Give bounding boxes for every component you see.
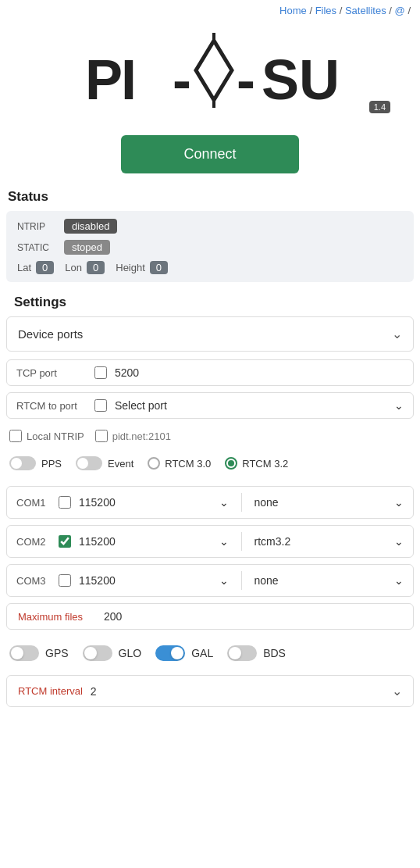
rtcm-to-port-label: RTCM to port: [16, 400, 87, 412]
version-badge: 1.4: [369, 101, 390, 113]
rtcm30-label: RTCM 3.0: [165, 458, 211, 470]
com1-checkbox[interactable]: [59, 496, 71, 509]
lon-item: Lon 0: [65, 261, 105, 274]
gal-toggle[interactable]: [155, 645, 185, 661]
lat-value: 0: [36, 261, 54, 274]
pidt-checkbox[interactable]: [95, 430, 108, 442]
event-knob: [77, 458, 88, 469]
pidt-text: pidt.net:2101: [112, 430, 171, 442]
max-files-input[interactable]: [104, 610, 402, 623]
nav-sep2: /: [340, 5, 345, 16]
glo-toggle[interactable]: [83, 645, 112, 661]
coords-row: Lat 0 Lon 0 Height 0: [17, 261, 403, 274]
gal-label: GAL: [191, 647, 213, 659]
status-title: Status: [0, 189, 420, 211]
com2-baud-chevron: ⌄: [219, 535, 229, 548]
gps-knob: [11, 647, 23, 659]
event-label: Event: [108, 458, 133, 470]
logo-svg: PI - - SUN: [77, 29, 343, 115]
nav-files[interactable]: Files: [315, 5, 336, 16]
gal-item: GAL: [155, 645, 213, 661]
nav-satellites[interactable]: Satellites: [345, 5, 386, 16]
com1-type-select[interactable]: none ⌄: [254, 496, 404, 509]
com2-baud-value: 115200: [79, 535, 116, 548]
svg-text:PI: PI: [85, 48, 135, 111]
local-ntrip-checkbox[interactable]: [9, 430, 22, 442]
local-ntrip-label[interactable]: Local NTRIP: [9, 430, 84, 442]
com1-baud-select[interactable]: 115200 ⌄: [79, 496, 229, 509]
glo-item: GLO: [83, 645, 142, 661]
ntrip-badge: disabled: [64, 219, 117, 234]
com2-baud-select[interactable]: 115200 ⌄: [79, 535, 229, 548]
rtcm32-radio[interactable]: RTCM 3.2: [225, 457, 288, 470]
pps-knob: [11, 458, 22, 469]
glo-label: GLO: [119, 647, 142, 659]
rtcm30-radio[interactable]: RTCM 3.0: [148, 457, 211, 470]
lat-label: Lat: [17, 262, 31, 273]
pidt-label[interactable]: pidt.net:2101: [95, 430, 171, 442]
bds-item: BDS: [227, 645, 286, 661]
rtcm-left: RTCM interval 2: [18, 685, 97, 698]
rtcm-to-port-checkbox[interactable]: [94, 399, 107, 412]
rtcm-interval-value: 2: [91, 685, 97, 698]
com3-type-select[interactable]: none ⌄: [254, 574, 404, 587]
event-toggle-item: Event: [76, 456, 133, 470]
status-section: Status NTRIP disabled STATIC stoped Lat …: [0, 189, 420, 282]
rtcm-select-chevron: ⌄: [394, 399, 404, 412]
tcp-port-row: TCP port: [6, 359, 414, 386]
bds-knob: [229, 647, 241, 659]
tcp-port-input[interactable]: [115, 366, 404, 379]
nav-at[interactable]: @: [395, 5, 405, 16]
gal-knob: [171, 647, 183, 659]
connect-button[interactable]: Connect: [121, 135, 298, 173]
lon-value: 0: [87, 261, 105, 274]
com2-type-select[interactable]: rtcm3.2 ⌄: [254, 535, 404, 548]
rtcm-select-port[interactable]: Select port ⌄: [115, 399, 404, 412]
tcp-port-checkbox[interactable]: [94, 366, 107, 379]
com1-type-chevron: ⌄: [394, 496, 404, 509]
com3-baud-select[interactable]: 115200 ⌄: [79, 574, 229, 587]
lon-label: Lon: [65, 262, 82, 273]
com2-checkbox[interactable]: [59, 535, 71, 548]
com1-baud-value: 115200: [79, 496, 116, 509]
tcp-port-label: TCP port: [16, 367, 87, 379]
com2-type-value: rtcm3.2: [254, 535, 291, 548]
glo-knob: [84, 647, 97, 659]
com3-checkbox[interactable]: [59, 574, 71, 587]
toggle-row: PPS Event RTCM 3.0 RTCM 3.2: [6, 452, 414, 475]
max-files-label: Maximum files: [18, 611, 96, 623]
connect-area: Connect: [0, 127, 420, 189]
event-toggle[interactable]: [76, 456, 102, 470]
ntrip-label: NTRIP: [17, 221, 56, 232]
rtcm30-circle: [148, 457, 160, 470]
com3-type-value: none: [254, 574, 279, 587]
rtcm-interval-row: RTCM interval 2 ⌄: [6, 675, 414, 707]
rtcm-select-label: Select port: [115, 399, 167, 412]
height-label: Height: [116, 262, 145, 273]
rtcm-interval-chevron[interactable]: ⌄: [392, 684, 402, 698]
device-ports-header[interactable]: Device ports ⌄: [6, 316, 414, 352]
rtcm32-dot: [228, 460, 234, 466]
com3-divider: [241, 571, 242, 590]
rtcm32-label: RTCM 3.2: [242, 458, 288, 470]
ntrip-row: NTRIP disabled: [17, 219, 403, 234]
bds-toggle[interactable]: [227, 645, 257, 661]
nav-home[interactable]: Home: [279, 5, 307, 16]
com3-row: COM3 115200 ⌄ none ⌄: [6, 564, 414, 597]
com1-divider: [241, 493, 242, 512]
svg-text:SUN: SUN: [262, 48, 343, 111]
max-files-row: Maximum files: [6, 603, 414, 630]
nav-sep3: /: [389, 5, 394, 16]
pps-toggle[interactable]: [9, 456, 36, 470]
com2-label: COM2: [16, 536, 51, 548]
gps-item: GPS: [9, 645, 69, 661]
nav-sep4: /: [408, 5, 411, 16]
gps-toggle[interactable]: [9, 645, 39, 661]
com3-baud-chevron: ⌄: [219, 574, 229, 587]
svg-text:-: -: [173, 48, 191, 111]
gps-label: GPS: [45, 647, 69, 659]
com2-row: COM2 115200 ⌄ rtcm3.2 ⌄: [6, 525, 414, 558]
com2-divider: [241, 532, 242, 551]
status-box: NTRIP disabled STATIC stoped Lat 0 Lon 0…: [6, 211, 414, 282]
com2-type-chevron: ⌄: [394, 535, 404, 548]
